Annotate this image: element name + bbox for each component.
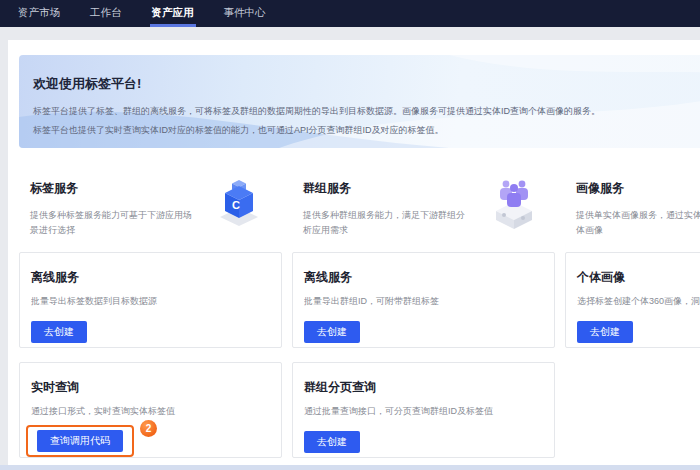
- query-code-button[interactable]: 查询调用代码: [37, 430, 123, 452]
- section-portrait-service: 画像服务 提供单实体画像服务，通过实体ID查询个 体画像: [565, 160, 700, 248]
- top-nav: 资产市场 工作台 资产应用 事件中心: [0, 0, 700, 27]
- section-desc: 提供单实体画像服务，通过实体ID查询个 体画像: [576, 208, 700, 238]
- welcome-banner: 欢迎使用标签平台! 标签平台提供了标签、群组的离线服务，可将标签及群组的数据周期…: [19, 55, 700, 148]
- card-individual-portrait: 个体画像 选择标签创建个体360画像，洞察 去创建: [565, 252, 700, 348]
- card-offline-group-export: 离线服务 批量导出群组ID，可附带群组标签 去创建: [292, 252, 555, 348]
- group-people-icon: [490, 172, 538, 230]
- card-group-paged-query: 群组分页查询 通过批量查询接口，可分页查询群组ID及标签值 去创建: [292, 362, 555, 458]
- card-desc: 选择标签创建个体360画像，洞察: [577, 295, 700, 308]
- card-desc: 批量导出标签数据到目标数据源: [31, 295, 267, 308]
- section-title: 画像服务: [576, 180, 700, 197]
- card-title: 群组分页查询: [304, 379, 540, 396]
- create-button[interactable]: 去创建: [304, 431, 360, 453]
- card-title: 个体画像: [577, 269, 700, 286]
- banner-description-line2: 标签平台也提供了实时查询实体ID对应的标签值的能力，也可通过API分页查询群组I…: [33, 121, 700, 140]
- card-title: 离线服务: [31, 269, 267, 286]
- card-title: 实时查询: [31, 379, 267, 396]
- card-desc: 批量导出群组ID，可附带群组标签: [304, 295, 540, 308]
- create-button[interactable]: 去创建: [304, 321, 360, 343]
- annotation-row: 查询调用代码 2: [31, 425, 267, 459]
- banner-description-line1: 标签平台提供了标签、群组的离线服务，可将标签及群组的数据周期性的导出到目标数据源…: [33, 102, 700, 121]
- create-button[interactable]: 去创建: [31, 321, 87, 343]
- annotation-highlight-box: 查询调用代码: [26, 425, 134, 457]
- tag-platform-screen: 资产市场 工作台 资产应用 事件中心 欢迎使用标签平台! 标签平台提供了标签、群…: [0, 0, 700, 470]
- bottom-edge-strip: [0, 465, 700, 470]
- tag-cube-icon: C: [215, 172, 263, 230]
- section-group-service: 群组服务 提供多种群组服务能力，满足下游群组分 析应用需求: [292, 160, 555, 248]
- nav-item-workbench[interactable]: 工作台: [80, 0, 132, 27]
- card-desc: 通过接口形式，实时查询实体标签值: [31, 405, 267, 418]
- banner-title: 欢迎使用标签平台!: [33, 75, 700, 93]
- nav-item-asset-market[interactable]: 资产市场: [8, 0, 70, 27]
- nav-item-asset-app[interactable]: 资产应用: [142, 0, 204, 27]
- section-tag-service: 标签服务 提供多种标签服务能力可基于下游应用场 景进行选择 C: [19, 160, 282, 248]
- nav-item-event-center[interactable]: 事件中心: [214, 0, 276, 27]
- card-realtime-query: 实时查询 通过接口形式，实时查询实体标签值 查询调用代码 2: [19, 362, 282, 458]
- step-2-badge: 2: [140, 420, 157, 437]
- card-title: 离线服务: [304, 269, 540, 286]
- create-button[interactable]: 去创建: [577, 321, 633, 343]
- svg-text:C: C: [232, 199, 240, 211]
- card-offline-tag-export: 离线服务 批量导出标签数据到目标数据源 去创建: [19, 252, 282, 348]
- card-desc: 通过批量查询接口，可分页查询群组ID及标签值: [304, 405, 540, 418]
